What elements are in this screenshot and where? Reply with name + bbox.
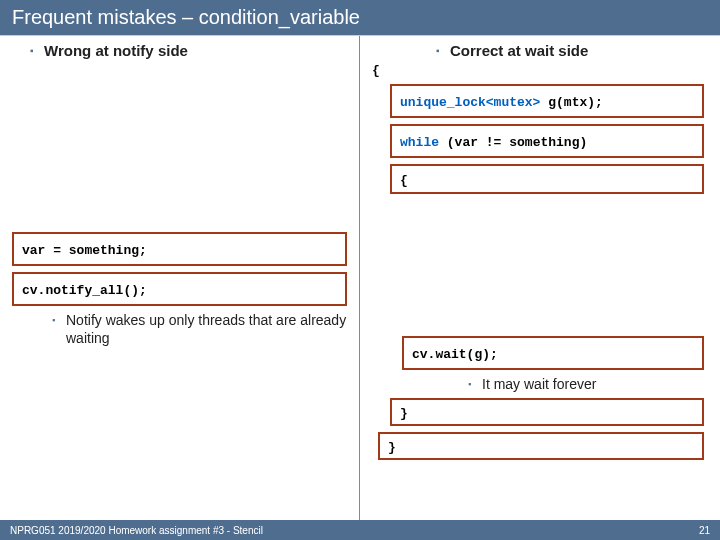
code-cond: (var != something) — [439, 135, 587, 150]
left-heading: Wrong at notify side — [44, 42, 349, 59]
right-codebox-while: while (var != something) — [390, 124, 704, 158]
code-notify-all: cv.notify_all(); — [22, 283, 147, 298]
footer: NPRG051 2019/2020 Homework assignment #3… — [0, 520, 720, 540]
brace-open: { — [372, 63, 710, 78]
brace-inner-close: } — [400, 406, 408, 421]
right-codebox-brace-inner-open: { — [390, 164, 704, 194]
right-heading: Correct at wait side — [450, 42, 710, 59]
code-var-assign: var = something; — [22, 243, 147, 258]
right-codebox-brace-inner-close: } — [390, 398, 704, 426]
kw-unique-lock: unique_lock<mutex> — [400, 95, 540, 110]
footer-page-number: 21 — [699, 525, 710, 536]
brace-inner-open: { — [400, 173, 408, 188]
right-codebox-lock: unique_lock<mutex> g(mtx); — [390, 84, 704, 118]
slide: Frequent mistakes – condition_variable W… — [0, 0, 720, 540]
right-column: Correct at wait side { unique_lock<mutex… — [360, 36, 720, 540]
right-codebox-wait: cv.wait(g); — [402, 336, 704, 370]
code-gmtx: g(mtx); — [540, 95, 602, 110]
right-code-area: { unique_lock<mutex> g(mtx); while (var … — [370, 63, 710, 460]
brace-close: } — [388, 440, 396, 455]
slide-title: Frequent mistakes – condition_variable — [0, 0, 720, 36]
footer-left: NPRG051 2019/2020 Homework assignment #3… — [10, 525, 263, 536]
left-note: Notify wakes up only threads that are al… — [66, 312, 353, 347]
right-note: It may wait forever — [482, 376, 710, 394]
left-column: Wrong at notify side var = something; cv… — [0, 36, 360, 540]
left-codebox-2: cv.notify_all(); — [12, 272, 347, 306]
code-wait: cv.wait(g); — [412, 347, 498, 362]
right-codebox-brace-close: } — [378, 432, 704, 460]
left-codebox-1: var = something; — [12, 232, 347, 266]
content-area: Wrong at notify side var = something; cv… — [0, 36, 720, 540]
kw-while: while — [400, 135, 439, 150]
